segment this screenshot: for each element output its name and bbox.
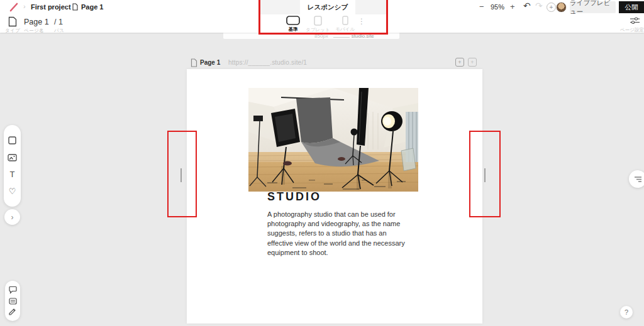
invite-member-button[interactable]: + [547, 3, 556, 12]
heart-tool-icon[interactable]: ♡ [7, 186, 18, 197]
studio-editor: 850px studio.site Page 1 https://______.… [0, 0, 644, 326]
breakpoint-switcher: 基準 タブレット モバイル [286, 16, 368, 32]
chevron-right-icon: › [11, 213, 14, 222]
comment-icon[interactable] [8, 285, 18, 295]
page-doc-icon [191, 58, 197, 67]
breakpoint-tablet[interactable]: タブレット [306, 16, 330, 33]
expand-toolbar-button[interactable]: › [4, 209, 20, 225]
type-label: タイプ [5, 28, 21, 34]
utility-toolbar [5, 281, 20, 321]
pencil-icon[interactable] [8, 307, 18, 317]
breakpoint-desktop[interactable]: 基準 [286, 16, 300, 33]
assets-box-icon[interactable] [8, 296, 18, 306]
page-name-value[interactable]: Page 1 [24, 18, 49, 26]
mobile-icon [342, 16, 348, 25]
question-icon: ? [625, 308, 628, 316]
layers-lines-icon [633, 175, 642, 183]
breakpoint-mobile[interactable]: モバイル [335, 16, 355, 33]
live-preview-button[interactable]: ライブプレビュー [570, 1, 616, 13]
zoom-in-button[interactable]: + [510, 2, 515, 11]
canvas-width-ruler: 850px studio.site [223, 33, 399, 39]
box-tool-icon[interactable] [7, 135, 18, 146]
breadcrumb-separator: › [23, 3, 26, 10]
frame-page-url[interactable]: https://______.studio.site/1 [228, 59, 307, 66]
breadcrumb-page[interactable]: Page 1 [81, 3, 103, 11]
desktop-icon [286, 16, 300, 25]
add-frame-icon[interactable]: + [468, 58, 477, 67]
text-tool-icon[interactable]: T [7, 169, 18, 180]
page-path-value[interactable]: / 1 [54, 18, 63, 26]
page-path-label: パス [54, 28, 64, 34]
site-domain: studio.site [352, 33, 374, 39]
studio-photo[interactable] [248, 88, 418, 192]
image-tool-icon[interactable] [7, 152, 18, 163]
zoom-level[interactable]: 95% [491, 3, 504, 11]
help-button[interactable]: ? [620, 306, 633, 318]
element-toolbar: T ♡ [4, 125, 21, 207]
tablet-icon [314, 16, 322, 26]
page-frame-header: Page 1 https://______.studio.site/1 + + [187, 57, 482, 69]
breadcrumb-separator: › [65, 3, 68, 10]
design-page[interactable]: STUDIO A photography studio that can be … [187, 69, 482, 323]
breakpoint-more-icon[interactable]: ⋮ [358, 17, 365, 26]
undo-icon[interactable]: ↶ [523, 1, 531, 11]
page-paragraph[interactable]: A photography studio that can be used fo… [267, 210, 408, 258]
page-resize-handle-right[interactable] [484, 168, 486, 182]
page-settings-label: ページ設定 [620, 27, 644, 33]
redo-icon[interactable]: ↷ [535, 1, 543, 11]
page-settings-icon[interactable] [630, 16, 640, 24]
breadcrumb-doc-icon [72, 3, 78, 11]
page-type-icon[interactable] [8, 16, 17, 27]
zoom-out-button[interactable]: − [479, 2, 484, 11]
page-heading[interactable]: STUDIO [267, 190, 321, 204]
add-page-icon[interactable]: + [455, 58, 464, 67]
studio-logo-icon[interactable] [9, 3, 19, 12]
frame-page-label[interactable]: Page 1 [200, 59, 220, 66]
responsive-tab[interactable]: レスポンシブ [300, 0, 355, 14]
domain-blank-underline [333, 34, 350, 38]
top-toolbar: › First project › Page 1 タイプ Page 1 ページ名… [0, 0, 644, 33]
layers-panel-button[interactable] [629, 170, 644, 188]
page-resize-handle-left[interactable] [180, 168, 182, 182]
canvas-width-value: 850px [314, 33, 328, 39]
page-name-label: ページ名 [24, 28, 44, 34]
publish-button[interactable]: 公開 [619, 1, 644, 13]
user-avatar[interactable] [556, 2, 567, 13]
